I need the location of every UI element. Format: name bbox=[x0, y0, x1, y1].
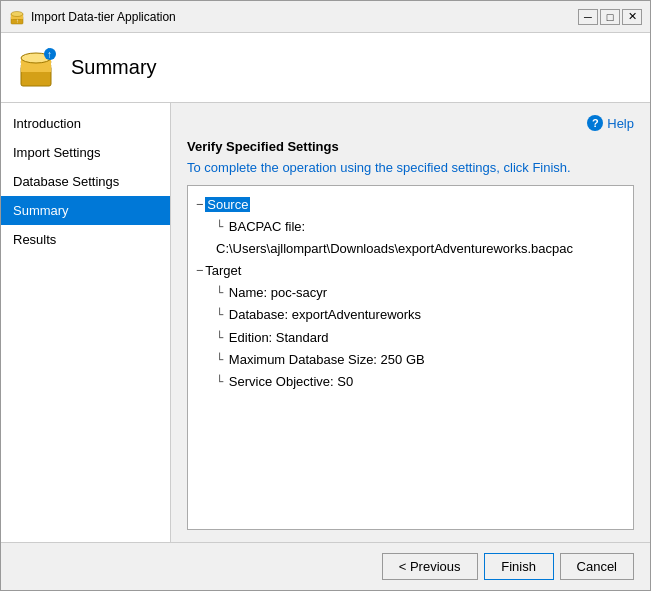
sidebar-item-database-settings[interactable]: Database Settings bbox=[1, 167, 170, 196]
tree-line-icon: └ bbox=[216, 220, 223, 234]
target-child-service: └ Service Objective: S0 bbox=[196, 371, 625, 393]
help-label[interactable]: Help bbox=[607, 116, 634, 131]
section-desc-link[interactable]: Finish bbox=[532, 160, 567, 175]
title-bar: ↑ Import Data-tier Application ─ □ ✕ bbox=[1, 1, 650, 33]
target-child-database: └ Database: exportAdventureworks bbox=[196, 304, 625, 326]
sidebar: Introduction Import Settings Database Se… bbox=[1, 103, 171, 542]
section-title: Verify Specified Settings bbox=[187, 139, 634, 154]
finish-button[interactable]: Finish bbox=[484, 553, 554, 580]
target-child-edition: └ Edition: Standard bbox=[196, 327, 625, 349]
main-window: ↑ Import Data-tier Application ─ □ ✕ ↑ ↑ bbox=[0, 0, 651, 591]
tree-expand-icon: − bbox=[196, 194, 203, 214]
tree-expand-target-icon: − bbox=[196, 260, 203, 280]
section-desc-suffix: . bbox=[567, 160, 571, 175]
source-node: Source bbox=[205, 194, 250, 216]
source-highlight: Source bbox=[205, 197, 250, 212]
main-content: Introduction Import Settings Database Se… bbox=[1, 103, 650, 542]
maximize-button[interactable]: □ bbox=[600, 9, 620, 25]
section-desc-prefix: To complete the operation using the spec… bbox=[187, 160, 532, 175]
tree-source-row: − Source bbox=[196, 194, 625, 216]
target-child-maxsize: └ Maximum Database Size: 250 GB bbox=[196, 349, 625, 371]
target-node: Target bbox=[205, 260, 241, 282]
header: ↑ ↑ Summary bbox=[1, 33, 650, 103]
sidebar-item-summary[interactable]: Summary bbox=[1, 196, 170, 225]
sidebar-item-import-settings[interactable]: Import Settings bbox=[1, 138, 170, 167]
header-title: Summary bbox=[71, 56, 157, 79]
header-icon: ↑ ↑ bbox=[17, 48, 57, 88]
sidebar-item-introduction[interactable]: Introduction bbox=[1, 109, 170, 138]
help-link[interactable]: ? Help bbox=[187, 115, 634, 131]
window-title: Import Data-tier Application bbox=[31, 10, 578, 24]
footer: < Previous Finish Cancel bbox=[1, 542, 650, 590]
target-child-name: └ Name: poc-sacyr bbox=[196, 282, 625, 304]
source-child-0: └ BACPAC file: C:\Users\ajllompart\Downl… bbox=[196, 216, 625, 260]
window-controls: ─ □ ✕ bbox=[578, 9, 642, 25]
tree-target-row: − Target bbox=[196, 260, 625, 282]
minimize-button[interactable]: ─ bbox=[578, 9, 598, 25]
previous-button[interactable]: < Previous bbox=[382, 553, 478, 580]
svg-text:↑: ↑ bbox=[16, 18, 19, 24]
settings-box: − Source └ BACPAC file: C:\Users\ajllomp… bbox=[187, 185, 634, 530]
app-icon: ↑ bbox=[9, 9, 25, 25]
section-desc: To complete the operation using the spec… bbox=[187, 160, 634, 175]
content-area: ? Help Verify Specified Settings To comp… bbox=[171, 103, 650, 542]
cancel-button[interactable]: Cancel bbox=[560, 553, 634, 580]
source-bacpac-path: BACPAC file: C:\Users\ajllompart\Downloa… bbox=[216, 219, 573, 256]
svg-point-4 bbox=[11, 11, 23, 16]
help-icon: ? bbox=[587, 115, 603, 131]
close-button[interactable]: ✕ bbox=[622, 9, 642, 25]
svg-text:↑: ↑ bbox=[47, 49, 52, 60]
sidebar-item-results[interactable]: Results bbox=[1, 225, 170, 254]
